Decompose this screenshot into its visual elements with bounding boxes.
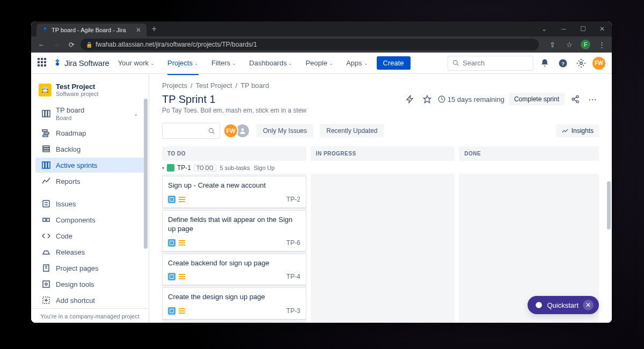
sidebar-item-backlog[interactable]: Backlog (35, 142, 144, 157)
issue-card[interactable]: Define fields that will appear on the Si… (162, 210, 306, 251)
breadcrumb-item[interactable]: Test Project (196, 81, 232, 90)
close-icon[interactable]: ✕ (583, 300, 594, 310)
svg-rect-20 (43, 218, 46, 221)
sidebar-item-reports[interactable]: Reports (35, 174, 144, 189)
column-header: IN PROGRESS (311, 146, 455, 161)
subtask-icon (168, 196, 175, 203)
active-sprints-icon (42, 161, 50, 169)
board-search-input[interactable] (162, 123, 220, 139)
assignee-avatar[interactable]: FW (223, 123, 238, 138)
svg-line-35 (574, 97, 577, 99)
breadcrumb-item[interactable]: TP board (240, 81, 269, 90)
sidebar-item-design-tools[interactable]: Design tools (35, 277, 144, 292)
svg-line-1 (457, 64, 458, 65)
epic-key[interactable]: TP-1 (177, 164, 191, 172)
nav-apps[interactable]: Apps⌄ (342, 57, 372, 69)
nav-your-work[interactable]: Your work⌄ (114, 57, 159, 69)
priority-icon (179, 274, 185, 279)
svg-text:?: ? (561, 60, 565, 66)
sidebar-project-header[interactable]: 📇 Test Project Software project (31, 80, 149, 102)
kebab-menu-button[interactable]: ⋮ (596, 39, 608, 50)
sidebar-item-releases[interactable]: Releases (35, 244, 144, 259)
lock-icon: 🔒 (86, 42, 92, 48)
star-icon[interactable] (421, 93, 434, 106)
chevron-down-icon: ⌄ (134, 111, 138, 117)
notifications-icon[interactable] (538, 56, 552, 70)
only-my-issues-button[interactable]: Only My Issues (257, 124, 313, 138)
sidebar-board-picker[interactable]: TP board Board ⌄ (35, 103, 144, 124)
chevron-down-icon: ⌄ (364, 61, 368, 66)
svg-point-4 (580, 62, 583, 64)
complete-sprint-button[interactable]: Complete sprint (509, 93, 565, 106)
help-icon[interactable]: ? (556, 56, 570, 70)
global-search-input[interactable]: Search (448, 56, 533, 71)
sidebar-item-code[interactable]: Code (35, 228, 144, 243)
svg-point-33 (572, 98, 574, 100)
chevron-down-icon: ⌄ (232, 61, 236, 66)
top-nav: Jira Software Your work⌄ Projects⌄ Filte… (31, 53, 612, 74)
scrollbar[interactable] (144, 99, 148, 249)
dropdown-icon[interactable]: ⌄ (535, 21, 554, 36)
close-icon[interactable]: ✕ (136, 26, 141, 34)
backlog-icon (42, 145, 50, 153)
nav-people[interactable]: People⌄ (301, 57, 337, 69)
minimize-button[interactable]: ─ (554, 21, 573, 36)
settings-icon[interactable] (574, 56, 588, 70)
subtask-icon (168, 273, 175, 280)
issue-card[interactable]: Create the design sign up page TP-3 (162, 287, 306, 320)
sidebar-item-project-pages[interactable]: Project pages (35, 261, 144, 276)
quickstart-button[interactable]: Quickstart ✕ (528, 296, 599, 314)
issue-card[interactable]: Create backend for sign up page TP-4 (162, 254, 306, 286)
svg-rect-10 (43, 135, 48, 137)
learn-more-link[interactable]: Learn more (39, 322, 141, 323)
nav-projects[interactable]: Projects⌄ (163, 57, 203, 69)
sidebar-item-add-shortcut[interactable]: Add shortcut (35, 293, 144, 308)
svg-rect-11 (43, 146, 49, 147)
issue-card[interactable]: Add a safe/secure/strong password check … (162, 322, 306, 323)
close-window-button[interactable]: ✕ (592, 21, 612, 36)
sidebar-item-components[interactable]: Components (35, 212, 144, 227)
svg-rect-21 (47, 218, 49, 221)
insights-button[interactable]: Insights (556, 124, 599, 137)
breadcrumb-item[interactable]: Projects (162, 81, 187, 90)
issue-title: Create backend for sign up page (168, 258, 301, 268)
share-icon[interactable] (569, 93, 582, 106)
nav-filters[interactable]: Filters⌄ (207, 57, 240, 69)
chevron-down-icon: ⌄ (329, 61, 333, 66)
issue-card[interactable]: Sign up - Create a new account TP-2 (162, 176, 306, 208)
share-icon[interactable]: ⇧ (546, 39, 558, 50)
nav-dashboards[interactable]: Dashboards⌄ (245, 57, 297, 69)
chevron-down-icon: ⌄ (288, 61, 292, 66)
issues-icon (42, 199, 50, 208)
maximize-button[interactable]: ☐ (573, 21, 592, 36)
scrollbar[interactable] (607, 181, 611, 229)
browser-profile-avatar[interactable]: F (581, 40, 590, 49)
jira-product-name: Jira Software (64, 58, 109, 68)
user-avatar[interactable]: FW (592, 57, 605, 70)
back-button[interactable]: ← (35, 39, 47, 50)
sidebar-item-roadmap[interactable]: Roadmap (35, 125, 144, 140)
chevron-down-icon[interactable]: ▾ (162, 166, 164, 170)
forward-button[interactable]: → (50, 39, 62, 50)
jira-logo[interactable]: Jira Software (53, 58, 109, 68)
automation-icon[interactable] (404, 93, 416, 106)
more-icon[interactable]: ⋯ (586, 93, 599, 106)
epic-swimlane-header[interactable]: ▾ TP-1 TO DO 5 sub-tasks Sign Up (162, 164, 306, 172)
browser-tab[interactable]: TP board - Agile Board - Jira ✕ (36, 24, 147, 36)
star-icon[interactable]: ☆ (564, 39, 575, 50)
app-switcher-icon[interactable] (38, 58, 48, 69)
sidebar: 📇 Test Project Software project TP board… (31, 74, 149, 323)
new-tab-button[interactable]: + (152, 24, 157, 34)
url-text: fwahab.atlassian.net/jira/software/c/pro… (96, 41, 257, 48)
sidebar-item-active-sprints[interactable]: Active sprints (35, 158, 144, 173)
sidebar-item-issues[interactable]: Issues (35, 196, 144, 211)
create-button[interactable]: Create (377, 56, 411, 70)
issue-key: TP-2 (287, 196, 301, 203)
assignee-filter[interactable]: FW (223, 123, 250, 138)
sprint-title: TP Sprint 1 (162, 93, 397, 106)
tab-strip: TP board - Agile Board - Jira ✕ + ⌄ ─ ☐ … (31, 21, 612, 36)
components-icon (42, 216, 50, 224)
url-bar[interactable]: 🔒 fwahab.atlassian.net/jira/software/c/p… (80, 39, 539, 50)
recently-updated-button[interactable]: Recently Updated (320, 124, 384, 138)
reload-button[interactable]: ⟳ (65, 39, 77, 50)
